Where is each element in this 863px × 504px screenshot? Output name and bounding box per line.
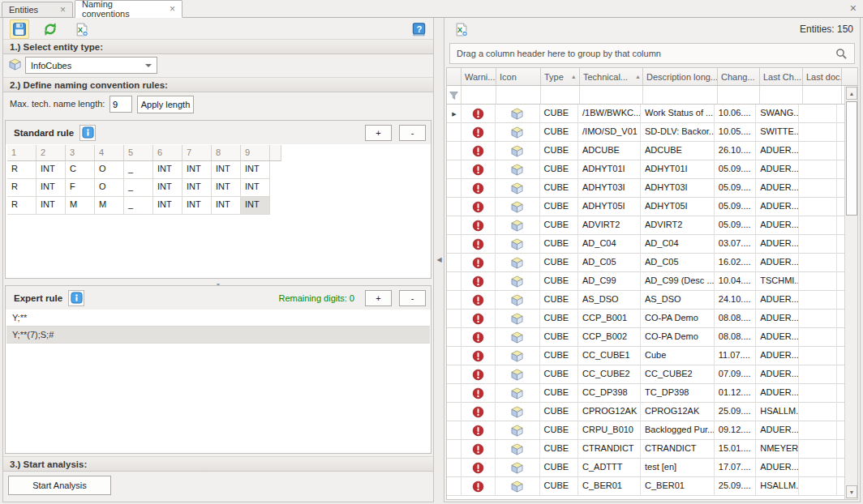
grid-cell-changed[interactable]: 16.02....	[715, 254, 756, 272]
standard-rule-cell[interactable]: INT	[182, 161, 212, 179]
grid-cell-warning[interactable]	[462, 347, 496, 365]
grid-cell-last_doc[interactable]	[799, 123, 837, 142]
entity-type-dropdown[interactable]: InfoCubes	[25, 57, 157, 74]
grid-cell-changed[interactable]: 05.09....	[715, 198, 756, 216]
grid-cell-technical[interactable]: /IMO/SD_V01	[578, 123, 641, 142]
grid-cell-type[interactable]: CUBE	[540, 459, 578, 477]
grid-cell-warning[interactable]	[462, 179, 496, 198]
grid-col-header-warning[interactable]: Warni...	[462, 68, 496, 86]
grid-col-header-changed[interactable]: Chang...	[718, 68, 760, 86]
grid-cell-description[interactable]: AD_C99 (Desc ...	[641, 272, 715, 291]
grid-cell-changed[interactable]: 10.06....	[715, 105, 756, 123]
grid-row[interactable]: CUBEAD_C05AD_C0516.02....ADUER...	[447, 254, 844, 272]
grid-cell-type[interactable]: CUBE	[540, 421, 578, 440]
grid-cell-changed[interactable]: 15.01....	[715, 440, 756, 459]
standard-rule-col-header[interactable]: 1	[7, 145, 36, 161]
grid-cell-type[interactable]: CUBE	[540, 384, 578, 403]
grid-row[interactable]: CUBECCP_B001CO-PA Demo08.08....ADUER...	[447, 310, 844, 328]
grid-cell-warning[interactable]	[462, 421, 496, 440]
grid-cell-description[interactable]: Backlogged Pur...	[641, 421, 715, 440]
grid-cell-type[interactable]: CUBE	[540, 365, 578, 384]
grid-cell-icon[interactable]	[496, 198, 539, 216]
expert-rule-add-button[interactable]: +	[365, 290, 392, 306]
grid-cell-changed[interactable]: 17.07....	[715, 459, 756, 477]
grid-cell-type[interactable]: CUBE	[540, 123, 578, 142]
grid-cell-type[interactable]: CUBE	[540, 347, 578, 365]
grid-cell-warning[interactable]	[462, 403, 496, 421]
grid-cell-last_changed[interactable]: ADUER...	[756, 142, 798, 160]
grid-cell-technical[interactable]: CPROG12AK	[578, 403, 641, 421]
grid-cell-description[interactable]: ADHYT05I	[641, 198, 715, 216]
grid-cell-warning[interactable]	[462, 328, 496, 347]
grid-cell-last_changed[interactable]: ADUER...	[756, 216, 798, 235]
grid-cell-last_doc[interactable]	[799, 421, 837, 440]
standard-rule-cell[interactable]: INT	[212, 161, 241, 179]
standard-rule-cell[interactable]: INT	[182, 197, 212, 215]
filter-cell-last_changed[interactable]	[760, 86, 803, 105]
start-analysis-button[interactable]: Start Analysis	[8, 476, 111, 495]
grid-cell-description[interactable]: ADHYT03I	[641, 179, 715, 198]
grid-cell-warning[interactable]	[462, 440, 496, 459]
grid-cell-technical[interactable]: ADHYT01I	[578, 160, 641, 179]
grid-row[interactable]: CUBEC_ADTTTtest [en]17.07....ADUER...	[447, 459, 844, 477]
apply-length-button[interactable]: Apply length	[137, 96, 194, 113]
standard-rule-cell[interactable]: C	[66, 161, 95, 179]
grid-cell-icon[interactable]	[496, 123, 539, 142]
grid-cell-type[interactable]: CUBE	[540, 142, 578, 160]
grid-cell-description[interactable]: test [en]	[641, 459, 715, 477]
grid-cell-last_doc[interactable]	[799, 347, 837, 365]
grid-cell-warning[interactable]	[462, 272, 496, 291]
grid-cell-technical[interactable]: ADCUBE	[578, 142, 641, 160]
search-icon[interactable]	[835, 48, 848, 60]
standard-rule-cell[interactable]: O	[95, 161, 124, 179]
grid-cell-last_changed[interactable]: ADUER...	[756, 235, 798, 254]
standard-rule-cell[interactable]: INT	[36, 161, 66, 179]
grid-cell-icon[interactable]	[496, 347, 539, 365]
standard-rule-row[interactable]: RINTCO_INTINTINTINT	[7, 161, 429, 179]
standard-rule-col-header[interactable]: 9	[241, 145, 270, 161]
grid-cell-type[interactable]: CUBE	[540, 198, 578, 216]
standard-rule-cell[interactable]: _	[124, 197, 153, 215]
grid-cell-last_changed[interactable]: ADUER...	[756, 384, 798, 403]
grid-cell-last_changed[interactable]: ADUER...	[756, 347, 798, 365]
grid-cell-changed[interactable]: 25.09....	[715, 403, 756, 421]
grid-row[interactable]: CUBEAD_C99AD_C99 (Desc ...10.04....TSCHM…	[447, 272, 844, 291]
grid-cell-icon[interactable]	[496, 477, 539, 496]
expert-rule-row[interactable]: Y;**	[6, 310, 430, 327]
standard-rule-cell[interactable]: INT	[36, 197, 66, 215]
grid-cell-icon[interactable]	[496, 216, 539, 235]
grid-cell-last_changed[interactable]: ADUER...	[756, 198, 798, 216]
grid-cell-technical[interactable]: AS_DSO	[578, 291, 641, 310]
grid-cell-technical[interactable]: CCP_B002	[578, 328, 641, 347]
standard-rule-cell[interactable]: _	[124, 179, 153, 197]
standard-rule-cell[interactable]: INT	[212, 179, 241, 197]
grid-cell-icon[interactable]	[496, 440, 539, 459]
grid-row[interactable]: CUBECCP_B002CO-PA Demo08.08....ADUER...	[447, 328, 844, 347]
grid-cell-type[interactable]: CUBE	[540, 477, 578, 496]
standard-rule-info-button[interactable]	[79, 125, 96, 141]
grid-cell-warning[interactable]	[462, 477, 496, 496]
grid-cell-description[interactable]: CO-PA Demo	[641, 328, 715, 347]
grid-cell-type[interactable]: CUBE	[540, 216, 578, 235]
grid-cell-type[interactable]: CUBE	[540, 105, 578, 123]
grid-cell-last_changed[interactable]: ADUER...	[756, 328, 798, 347]
scroll-up-button[interactable]: ▲	[846, 87, 857, 100]
grid-cell-last_changed[interactable]: ADUER...	[756, 459, 798, 477]
grid-cell-icon[interactable]	[496, 459, 539, 477]
grid-cell-last_doc[interactable]	[799, 328, 837, 347]
grid-cell-type[interactable]: CUBE	[540, 179, 578, 198]
standard-rule-cell[interactable]: M	[66, 197, 95, 215]
grid-cell-last_doc[interactable]	[799, 160, 837, 179]
grid-row[interactable]: CUBE/IMO/SD_V01SD-DLV: Backor...10.05...…	[447, 123, 844, 142]
standard-rule-col-header[interactable]: 6	[153, 145, 182, 161]
grid-cell-description[interactable]: C_BER01	[641, 477, 715, 496]
grid-cell-last_doc[interactable]	[799, 384, 837, 403]
grid-cell-type[interactable]: CUBE	[540, 440, 578, 459]
grid-cell-description[interactable]: Cube	[641, 347, 715, 365]
grid-col-header-technical[interactable]: Technical...▲	[580, 68, 643, 86]
grid-cell-last_changed[interactable]: HSALLM...	[756, 477, 798, 496]
standard-rule-cell[interactable]: INT	[36, 179, 66, 197]
standard-rule-row[interactable]: RINTMM_INTINTINTINT	[7, 197, 429, 215]
save-button[interactable]	[10, 19, 29, 39]
standard-rule-col-header[interactable]: 3	[66, 145, 95, 161]
